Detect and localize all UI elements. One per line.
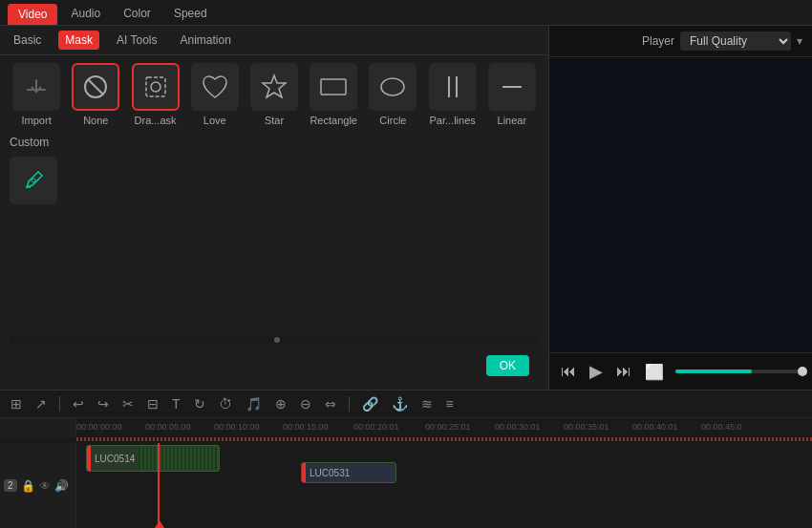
video-clip-1[interactable]: LUC0514 xyxy=(86,445,220,472)
bottom-panel: ⊞ ↗ ↩ ↪ ✂ ⊟ T ↻ ⏱ 🎵 ⊕ ⊖ ⇔ 🔗 ⚓ ≋ ≡ 00:00:… xyxy=(0,390,812,528)
left-panel: Basic Mask AI Tools Animation xyxy=(0,26,549,390)
tool-cut-icon[interactable]: ✂ xyxy=(119,394,137,413)
player-header: Player Full Quality High Quality Medium … xyxy=(549,26,812,57)
scroll-thumb xyxy=(274,337,280,343)
tab-speed[interactable]: Speed xyxy=(164,4,217,25)
lock-icon[interactable]: 🔒 xyxy=(21,479,35,493)
svg-rect-7 xyxy=(321,79,346,95)
player-label: Player xyxy=(642,34,674,48)
ruler-mark-9: 00:00:45:0 xyxy=(701,422,742,432)
quality-select[interactable]: Full Quality High Quality Medium Quality… xyxy=(680,32,791,51)
tab-mask[interactable]: Mask xyxy=(58,31,99,50)
none-icon-box xyxy=(72,63,119,111)
mask-item-linear[interactable]: Linear xyxy=(485,63,539,126)
tab-animation[interactable]: Animation xyxy=(174,32,236,49)
track-visibility-icon[interactable]: 👁 xyxy=(39,479,51,493)
draw-mask-icon xyxy=(140,72,171,102)
star-icon-box xyxy=(250,63,298,111)
draw-mask-label: Dra...ask xyxy=(135,115,177,126)
tool-fit-icon[interactable]: ⇔ xyxy=(322,394,339,413)
ruler-mark-7: 00:00:35:01 xyxy=(564,422,609,432)
red-dots-strip xyxy=(76,437,812,441)
tool-unlink-icon[interactable]: ⚓ xyxy=(389,394,411,413)
tool-add-icon[interactable]: ⊞ xyxy=(8,394,25,413)
tool-speed-icon[interactable]: ⏱ xyxy=(216,394,235,413)
svg-rect-4 xyxy=(146,77,165,96)
mask-item-draw-mask[interactable]: Dra...ask xyxy=(128,63,182,126)
import-label: Import xyxy=(22,115,52,126)
tab-color[interactable]: Color xyxy=(114,4,160,25)
none-label: None xyxy=(83,115,108,126)
tool-extra-icon[interactable]: ≡ xyxy=(443,394,457,413)
rectangle-icon-box xyxy=(310,63,357,111)
main-area: Basic Mask AI Tools Animation xyxy=(0,26,812,390)
sub-tab-bar: Basic Mask AI Tools Animation xyxy=(0,26,548,55)
mask-item-import[interactable]: Import xyxy=(10,63,63,126)
linear-icon-box xyxy=(488,63,536,111)
tool-select-icon[interactable]: ↗ xyxy=(32,394,50,413)
tool-ripple-icon[interactable]: ≋ xyxy=(418,394,436,413)
toolbar-divider-1 xyxy=(59,396,60,412)
pen-icon xyxy=(21,168,46,193)
linear-label: Linear xyxy=(498,115,527,126)
ruler-mark-1: 00:00:05:00 xyxy=(145,422,191,432)
scroll-area[interactable] xyxy=(10,336,539,344)
circle-icon-box xyxy=(369,63,417,111)
import-icon-box xyxy=(12,63,60,111)
mask-item-none[interactable]: None xyxy=(69,63,122,126)
progress-bar[interactable] xyxy=(675,370,802,373)
svg-rect-1 xyxy=(35,79,37,91)
skip-back-button[interactable]: ⏮ xyxy=(559,361,578,382)
svg-point-5 xyxy=(151,82,160,92)
video-clip-2[interactable]: LUC0531 xyxy=(301,462,396,483)
ruler-mark-5: 00:00:25:01 xyxy=(425,422,471,432)
top-tab-bar: Video Audio Color Speed xyxy=(0,0,812,26)
svg-marker-6 xyxy=(263,75,286,97)
tab-ai-tools[interactable]: AI Tools xyxy=(111,32,162,49)
custom-draw-item[interactable] xyxy=(10,157,57,204)
ruler-mark-0: 00:00:00:00 xyxy=(76,422,122,432)
linear-icon xyxy=(498,73,526,101)
track-label-2: 2 🔒 👁 🔊 xyxy=(4,472,72,500)
skip-forward-button[interactable]: ⏭ xyxy=(614,361,633,382)
mask-content: Import None xyxy=(0,55,548,336)
mask-item-par-lines[interactable]: Par...lines xyxy=(426,63,480,126)
mask-item-love[interactable]: Love xyxy=(188,63,242,126)
import-icon xyxy=(23,74,50,100)
player-viewport xyxy=(549,57,812,352)
tab-audio[interactable]: Audio xyxy=(61,4,110,25)
track-labels: 2 🔒 👁 🔊 xyxy=(0,443,76,528)
tool-undo-icon[interactable]: ↩ xyxy=(70,394,87,413)
mask-item-rectangle[interactable]: Rectangle xyxy=(307,63,360,126)
tool-link-icon[interactable]: 🔗 xyxy=(359,394,381,413)
tool-zoom-in-icon[interactable]: ⊕ xyxy=(272,394,289,413)
tool-text-icon[interactable]: T xyxy=(169,394,183,413)
mask-items-row: Import None xyxy=(10,63,539,126)
ok-area: OK xyxy=(0,348,548,390)
love-label: Love xyxy=(203,115,226,126)
track-audio-icon[interactable]: 🔊 xyxy=(54,479,69,493)
ruler-mark-6: 00:00:30:01 xyxy=(495,422,541,432)
tool-audio-icon[interactable]: 🎵 xyxy=(243,394,265,413)
ok-button[interactable]: OK xyxy=(486,355,529,376)
par-lines-icon xyxy=(438,73,467,101)
draw-mask-icon-box xyxy=(132,63,180,111)
tool-rotate-icon[interactable]: ↻ xyxy=(191,394,208,413)
tab-basic[interactable]: Basic xyxy=(8,32,47,49)
mask-item-circle[interactable]: Circle xyxy=(366,63,419,126)
fullscreen-button[interactable]: ⬜ xyxy=(643,361,666,383)
timeline-toolbar: ⊞ ↗ ↩ ↪ ✂ ⊟ T ↻ ⏱ 🎵 ⊕ ⊖ ⇔ 🔗 ⚓ ≋ ≡ xyxy=(0,391,812,418)
svg-line-3 xyxy=(88,79,103,95)
tab-video[interactable]: Video xyxy=(8,4,57,25)
player-controls: ⏮ ▶ ⏭ ⬜ xyxy=(549,352,812,390)
tool-split-icon[interactable]: ⊟ xyxy=(144,394,161,413)
mask-item-star[interactable]: Star xyxy=(247,63,301,126)
circle-icon xyxy=(378,73,407,101)
tool-redo-icon[interactable]: ↪ xyxy=(95,394,112,413)
ruler-mark-2: 00:00:10:00 xyxy=(214,422,260,432)
play-button[interactable]: ▶ xyxy=(588,359,605,384)
timeline-tracks: 2 🔒 👁 🔊 LUC0514 LUC0531 xyxy=(0,443,812,528)
timeline-ruler: 00:00:00:00 00:00:05:00 00:00:10:00 00:0… xyxy=(0,418,812,437)
tool-zoom-out-icon[interactable]: ⊖ xyxy=(297,394,314,413)
none-icon xyxy=(81,73,110,101)
